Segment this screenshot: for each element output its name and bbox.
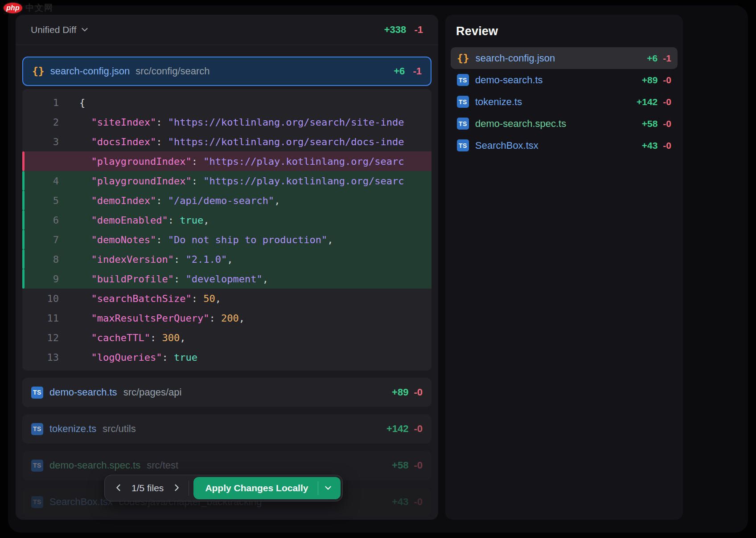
deletions-count: -0	[414, 387, 423, 398]
diff-line-removed: "playgroundIndex": "https://play.kotlinl…	[22, 151, 431, 171]
line-code: "searchBatchSize": 50,	[79, 293, 221, 304]
chevron-left-icon	[114, 483, 123, 493]
line-code: "logQueries": true	[79, 352, 197, 363]
line-code: {	[79, 97, 85, 108]
review-panel: Review {}search-config.json+6-1TSdemo-se…	[445, 15, 683, 520]
file-path: src/utils	[103, 423, 136, 435]
file-card-selected[interactable]: {} search-config.json src/config/search …	[22, 57, 431, 86]
diff-line-10: 10 "searchBatchSize": 50,	[22, 289, 431, 308]
diff-line-5: 5 "demoIndex": "/api/demo-search",	[22, 191, 431, 210]
deletions-count: -0	[414, 423, 423, 434]
chevron-down-icon	[81, 24, 89, 36]
line-number: 3	[22, 136, 79, 147]
file-name: demo-search.ts	[49, 387, 117, 398]
php-logo-icon: php	[3, 2, 23, 14]
line-number: 13	[22, 352, 79, 363]
deletions-count: -1	[413, 65, 422, 77]
file-stats: +6-1	[647, 53, 671, 64]
file-stats: +142-0	[386, 423, 423, 435]
file-name: SearchBox.tsx	[475, 140, 538, 151]
review-file-tokenize.ts[interactable]: TStokenize.ts+142-0	[451, 91, 678, 113]
line-number: 12	[22, 332, 79, 343]
diff-panel: Unified Diff +338 -1 {} search-config.js…	[16, 15, 438, 520]
json-braces-icon: {}	[457, 53, 469, 64]
file-stats: +142-0	[637, 97, 671, 107]
chevron-right-icon	[172, 483, 181, 493]
file-stats: +89-0	[642, 75, 671, 86]
next-file-button[interactable]	[167, 478, 186, 498]
additions-count: +43	[642, 140, 658, 151]
action-bar: 1/5 files Apply Changes Locally	[104, 475, 343, 501]
line-number: 4	[22, 175, 79, 187]
file-card-tokenize.ts[interactable]: TStokenize.tssrc/utils+142-0	[22, 414, 431, 444]
additions-count: +6	[647, 53, 657, 63]
view-mode-dropdown[interactable]: Unified Diff	[31, 24, 89, 36]
file-name: demo-search.ts	[475, 74, 543, 86]
line-number: 2	[22, 117, 79, 128]
line-number: 5	[22, 195, 79, 206]
diff-totals: +338 -1	[384, 24, 423, 36]
file-name: demo-search.spec.ts	[475, 118, 566, 130]
line-code: "maxResultsPerQuery": 200,	[79, 313, 245, 324]
typescript-icon: TS	[31, 387, 43, 399]
view-mode-label: Unified Diff	[31, 24, 76, 35]
review-file-SearchBox.tsx[interactable]: TSSearchBox.tsx+43-0	[451, 134, 678, 156]
deletions-count: -0	[414, 460, 423, 471]
deletions-count: -1	[663, 53, 671, 63]
line-code: "indexVersion": "2.1.0",	[79, 254, 233, 265]
diff-line-1: 1{	[22, 93, 431, 112]
line-number: 9	[22, 273, 79, 285]
additions-count: +142	[386, 423, 409, 434]
apply-changes-label: Apply Changes Locally	[205, 483, 318, 493]
total-deletions: -1	[414, 24, 423, 35]
diff-line-12: 12 "cacheTTL": 300,	[22, 328, 431, 347]
review-file-search-config.json[interactable]: {}search-config.json+6-1	[451, 47, 678, 69]
deletions-count: -0	[414, 496, 423, 507]
divider	[189, 481, 189, 496]
deletions-count: -0	[663, 97, 671, 107]
file-stats: +43-0	[392, 496, 423, 508]
diff-line-2: 2 "siteIndex": "https://kotlinlang.org/s…	[22, 112, 431, 132]
apply-options-toggle[interactable]	[318, 484, 338, 493]
additions-count: +43	[392, 496, 408, 507]
watermark-text: 中文网	[25, 2, 53, 14]
typescript-icon: TS	[457, 139, 469, 151]
file-stats: +89-0	[392, 387, 423, 398]
chevron-down-icon	[324, 484, 332, 493]
file-stats: +58-0	[392, 460, 423, 471]
line-code: "buildProfile": "development",	[79, 273, 268, 285]
prev-file-button[interactable]	[109, 478, 128, 498]
file-name: tokenize.ts	[475, 96, 522, 108]
apply-changes-button[interactable]: Apply Changes Locally	[193, 477, 341, 499]
line-number: 11	[22, 313, 79, 324]
typescript-icon: TS	[31, 423, 43, 435]
line-number: 1	[22, 97, 79, 108]
typescript-icon: TS	[457, 118, 469, 130]
line-code: "playgroundIndex": "https://play.kotlinl…	[79, 156, 404, 167]
additions-count: +89	[642, 75, 658, 85]
diff-line-13: 13 "logQueries": true	[22, 347, 431, 367]
review-file-demo-search.spec.ts[interactable]: TSdemo-search.spec.ts+58-0	[451, 113, 678, 134]
line-code: "demoEnabled": true,	[79, 215, 209, 226]
line-code: "demoIndex": "/api/demo-search",	[79, 195, 280, 206]
diff-line-3: 3 "docsIndex": "https://kotlinlang.org/s…	[22, 132, 431, 151]
diff-line-9: 9 "buildProfile": "development",	[22, 269, 431, 289]
additions-count: +58	[392, 460, 408, 471]
file-card-demo-search.ts[interactable]: TSdemo-search.tssrc/pages/api+89-0	[22, 378, 431, 407]
review-file-demo-search.ts[interactable]: TSdemo-search.ts+89-0	[451, 69, 678, 91]
line-number: 6	[22, 215, 79, 226]
file-path: src/test	[147, 460, 178, 471]
file-name: SearchBox.tsx	[49, 496, 113, 508]
diff-line-4: 4 "playgroundIndex": "https://play.kotli…	[22, 171, 431, 191]
diff-line-6: 6 "demoEnabled": true,	[22, 210, 431, 230]
line-code: "docsIndex": "https://kotlinlang.org/sea…	[79, 136, 404, 147]
file-stats: +43-0	[642, 140, 671, 151]
total-additions: +338	[384, 24, 407, 35]
file-name: search-config.json	[476, 53, 555, 64]
typescript-icon: TS	[457, 74, 469, 86]
line-code: "siteIndex": "https://kotlinlang.org/sea…	[79, 117, 404, 128]
file-stats: +6 -1	[394, 65, 422, 77]
diff-header: Unified Diff +338 -1	[16, 15, 438, 45]
additions-count: +58	[642, 118, 658, 129]
review-file-list: {}search-config.json+6-1TSdemo-search.ts…	[451, 47, 678, 156]
